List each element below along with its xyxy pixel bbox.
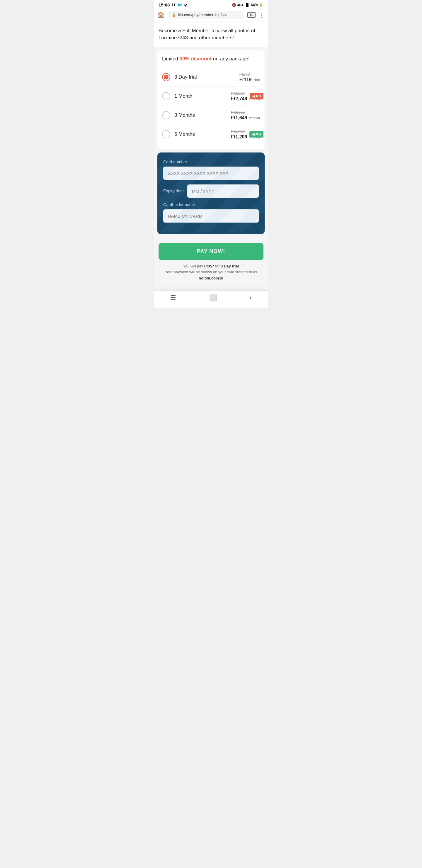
badge-arrow-1month: ◀ — [252, 94, 255, 98]
browser-bar: 🏠 🔒 flirt.com/pay/membership?via 15 ⋮ — [154, 8, 268, 22]
plan-name-trial: 3 Day trial — [174, 74, 206, 80]
page-content: Become a Full Member to view all photos … — [154, 22, 268, 287]
radio-3months[interactable] — [162, 111, 170, 119]
plan-original-3months: Ft2,356 — [231, 110, 245, 115]
discount-banner: Limited 30% discount on any package! — [162, 56, 260, 62]
payment-form: Card number Expiry date Cardholder name — [157, 153, 265, 234]
nav-back-icon[interactable]: ‹ — [250, 294, 252, 302]
discount-highlight: 30% discount — [180, 56, 212, 62]
card-number-label: Card number — [163, 159, 259, 164]
lock-icon: 🔒 — [172, 13, 176, 17]
url-text: flirt.com/pay/membership?via — [178, 12, 227, 17]
url-bar[interactable]: 🔒 flirt.com/pay/membership?via — [168, 11, 245, 19]
nav-home-icon[interactable]: ⬜ — [209, 294, 217, 302]
plan-badge-6months: ◀ MO — [249, 131, 263, 137]
plan-original-6months: Ft1,727 — [231, 129, 245, 134]
status-bar: 15:08 11 🐦 ⊘ 🔇 4G+ ▐▌ 64% 🔋 — [154, 0, 268, 8]
twitter-icon: 🐦 — [177, 3, 182, 7]
plan-current-trial: Ft119 day — [239, 77, 260, 83]
plan-name-6months: 6 Months — [174, 131, 206, 137]
pay-info-for: for — [214, 264, 221, 268]
pay-info-statement: Your payment will be shown on your card … — [165, 270, 257, 274]
header-message: Become a Full Member to view all photos … — [154, 22, 268, 47]
badge-text-1month: PO — [256, 94, 261, 98]
pricing-card: Limited 30% discount on any package! 3 D… — [157, 50, 265, 150]
pay-info-plan: 3 Day trial — [221, 264, 239, 268]
blocked-icon: ⊘ — [184, 3, 188, 7]
mute-icon: 🔇 — [232, 3, 236, 7]
discount-text-suffix: on any package! — [212, 56, 249, 62]
radio-6months[interactable] — [162, 130, 170, 138]
radio-trial[interactable] — [162, 73, 170, 81]
plan-name-1month: 1 Month — [174, 93, 206, 99]
pay-now-button[interactable]: PAY NOW! — [159, 243, 263, 260]
pay-info: You will pay Ft357 for 3 Day trial Your … — [159, 264, 263, 281]
cardholder-label: Cardholder name — [163, 202, 259, 207]
plan-option-trial[interactable]: 3 Day trial Ft170 Ft119 day — [162, 68, 260, 87]
expiry-row: Expiry date — [163, 184, 259, 198]
nav-menu-icon[interactable]: ☰ — [170, 294, 176, 302]
cardholder-input[interactable] — [163, 209, 259, 223]
status-time: 15:08 — [159, 2, 170, 7]
expiry-label: Expiry date — [163, 189, 184, 193]
network-label: 4G+ — [237, 3, 244, 7]
expiry-input[interactable] — [187, 184, 259, 198]
plan-original-1month: Ft3,927 — [231, 91, 245, 96]
pay-info-text1: You will pay — [183, 264, 204, 268]
plan-original-trial: Ft170 — [239, 72, 250, 76]
battery-percent: 64% — [251, 3, 258, 7]
plan-prices-3months: Ft2,356 Ft1,649 month — [231, 110, 260, 121]
radio-1month[interactable] — [162, 92, 170, 100]
plan-option-1month[interactable]: 1 Month Ft3,927 Ft2,749 month ◀ PO — [162, 87, 260, 106]
signal-icon: ▐▌ — [245, 3, 250, 7]
pay-info-merchant: holdnl.com18 — [199, 276, 223, 280]
card-number-input[interactable] — [163, 166, 259, 180]
plan-option-6months[interactable]: 6 Months Ft1,727 Ft1,209 month ◀ MO — [162, 125, 260, 144]
notification-count: 11 — [171, 3, 175, 7]
pay-info-amount: Ft357 — [204, 264, 214, 268]
discount-text-prefix: Limited — [162, 56, 180, 62]
badge-text-6months: MO — [256, 132, 261, 136]
plan-badge-1month: ◀ PO — [250, 93, 263, 99]
plan-option-3months[interactable]: 3 Months Ft2,356 Ft1,649 month — [162, 106, 260, 125]
bottom-nav: ☰ ⬜ ‹ — [154, 290, 268, 308]
pay-section: PAY NOW! You will pay Ft357 for 3 Day tr… — [154, 237, 268, 287]
menu-icon[interactable]: ⋮ — [258, 11, 265, 19]
plan-current-3months: Ft1,649 month — [231, 115, 260, 121]
tab-count[interactable]: 15 — [247, 12, 256, 18]
status-right: 🔇 4G+ ▐▌ 64% 🔋 — [232, 3, 263, 7]
plan-prices-trial: Ft170 Ft119 day — [239, 72, 260, 83]
badge-arrow-6months: ◀ — [252, 132, 254, 136]
radio-inner-trial — [164, 75, 168, 80]
home-icon[interactable]: 🏠 — [157, 11, 165, 19]
battery-icon: 🔋 — [259, 3, 263, 7]
plan-name-3months: 3 Months — [174, 112, 206, 118]
status-left: 15:08 11 🐦 ⊘ — [159, 2, 188, 7]
